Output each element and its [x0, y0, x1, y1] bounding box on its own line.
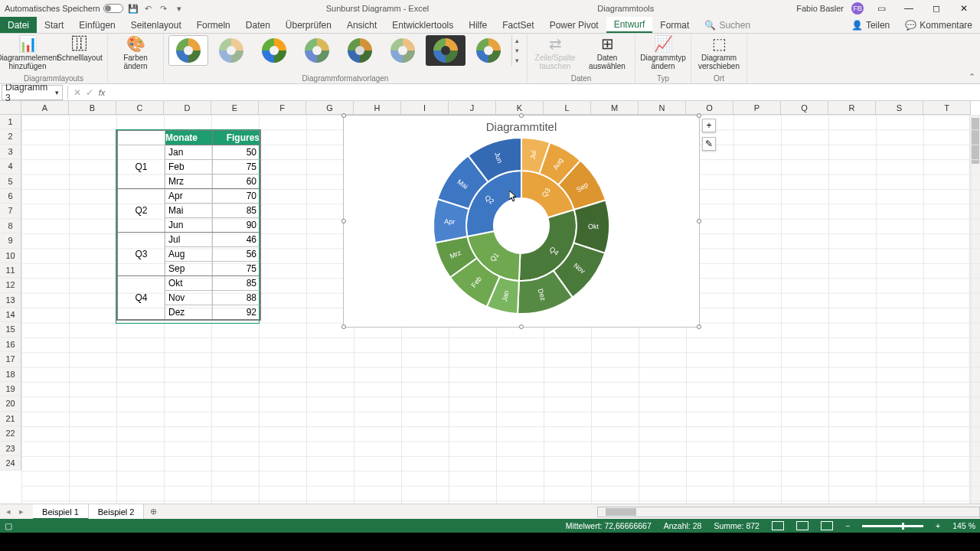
fx-icon[interactable]: fx: [96, 88, 108, 97]
row-header[interactable]: 2: [0, 129, 21, 144]
sheet-tab-1[interactable]: Beispiel 1: [33, 504, 89, 520]
col-header[interactable]: M: [591, 101, 639, 115]
select-data-button[interactable]: ⊞Daten auswählen: [584, 35, 630, 70]
row-header[interactable]: 17: [0, 352, 21, 367]
row-header[interactable]: 21: [0, 412, 21, 426]
record-macro-icon[interactable]: ▢: [5, 521, 12, 530]
add-sheet-button[interactable]: ⊕: [144, 507, 163, 517]
col-header[interactable]: N: [639, 101, 686, 115]
col-header[interactable]: F: [259, 101, 306, 115]
chart-style-3[interactable]: [254, 35, 294, 66]
row-header[interactable]: 13: [0, 293, 21, 308]
normal-view-icon[interactable]: [772, 521, 784, 530]
tab-data[interactable]: Daten: [238, 17, 278, 33]
data-table[interactable]: Monate Figures Jan50Q1Feb75Mrz60Apr70Q2M…: [116, 129, 261, 321]
col-header[interactable]: E: [211, 101, 259, 115]
tab-formulas[interactable]: Formeln: [189, 17, 238, 33]
row-header[interactable]: 7: [0, 204, 21, 218]
tab-pagelayout[interactable]: Seitenlayout: [123, 17, 189, 33]
tab-design[interactable]: Entwurf: [606, 17, 653, 33]
select-all-corner[interactable]: [0, 101, 21, 115]
col-header[interactable]: H: [354, 101, 401, 115]
chart-object[interactable]: Diagrammtitel Q3JulAugSepQ4OktNovDezQ1Ja…: [343, 115, 700, 328]
enter-formula-icon[interactable]: ✓: [83, 87, 96, 98]
tab-start[interactable]: Start: [37, 17, 71, 33]
col-header[interactable]: B: [69, 101, 116, 115]
tab-format[interactable]: Format: [652, 17, 697, 33]
row-header[interactable]: 5: [0, 174, 21, 189]
move-chart-button[interactable]: ⬚Diagramm verschieben: [696, 35, 742, 70]
chart-elements-button[interactable]: +: [702, 119, 716, 132]
search-input[interactable]: 🔍 Suchen: [697, 17, 758, 33]
zoom-in-icon[interactable]: +: [936, 521, 940, 530]
page-break-view-icon[interactable]: [821, 521, 833, 530]
row-header[interactable]: 1: [0, 115, 21, 129]
row-header[interactable]: 3: [0, 145, 21, 159]
row-header[interactable]: 23: [0, 442, 21, 456]
row-header[interactable]: 16: [0, 337, 21, 352]
col-header[interactable]: T: [923, 101, 971, 115]
collapse-ribbon-icon[interactable]: ⌃: [969, 72, 975, 82]
chart-style-8[interactable]: [469, 35, 508, 66]
sheet-tab-2[interactable]: Beispiel 2: [89, 504, 145, 520]
chart-style-1[interactable]: [168, 35, 208, 66]
row-headers[interactable]: 123456789101112131415161718192021222324: [0, 115, 21, 471]
tab-help[interactable]: Hilfe: [461, 17, 495, 33]
row-header[interactable]: 24: [0, 456, 21, 471]
formula-input[interactable]: [108, 85, 980, 100]
row-header[interactable]: 12: [0, 278, 21, 292]
col-header[interactable]: S: [876, 101, 923, 115]
horizontal-scrollbar[interactable]: [597, 507, 980, 517]
chart-styles-button[interactable]: ✎: [702, 137, 716, 151]
zoom-level[interactable]: 145 %: [952, 521, 975, 530]
page-layout-view-icon[interactable]: [796, 521, 808, 530]
row-header[interactable]: 18: [0, 367, 21, 382]
sunburst-chart[interactable]: Q3JulAugSepQ4OktNovDezQ1JanFebMrzQ2AprMa…: [430, 134, 613, 318]
col-header[interactable]: J: [449, 101, 496, 115]
col-header[interactable]: C: [116, 101, 164, 115]
name-box[interactable]: Diagramm 3▾: [2, 85, 63, 100]
row-header[interactable]: 14: [0, 308, 21, 322]
change-colors-button[interactable]: 🎨Farben ändern: [113, 35, 158, 70]
chart-style-gallery[interactable]: ▴▾▾: [168, 35, 522, 66]
row-header[interactable]: 8: [0, 219, 21, 233]
row-header[interactable]: 11: [0, 263, 21, 278]
tab-insert[interactable]: Einfügen: [71, 17, 122, 33]
row-header[interactable]: 10: [0, 249, 21, 263]
chart-style-7[interactable]: [426, 35, 466, 66]
share-button[interactable]: 👤Teilen: [844, 17, 897, 33]
chart-style-2[interactable]: [211, 35, 251, 66]
zoom-out-icon[interactable]: −: [845, 521, 850, 530]
tab-factset[interactable]: FactSet: [495, 17, 541, 33]
comments-button[interactable]: 💬Kommentare: [897, 17, 980, 33]
row-header[interactable]: 15: [0, 322, 21, 337]
tab-review[interactable]: Überprüfen: [278, 17, 339, 33]
add-chart-element-button[interactable]: 📊Diagrammelement hinzufügen: [5, 35, 51, 70]
worksheet-grid[interactable]: ABCDEFGHIJKLMNOPQRST 1234567891011121314…: [0, 101, 980, 504]
col-header[interactable]: G: [306, 101, 354, 115]
row-header[interactable]: 20: [0, 396, 21, 411]
row-header[interactable]: 9: [0, 233, 21, 248]
row-header[interactable]: 4: [0, 159, 21, 174]
column-headers[interactable]: ABCDEFGHIJKLMNOPQRST: [21, 101, 971, 115]
row-header[interactable]: 22: [0, 426, 21, 441]
quick-layout-button[interactable]: ⿲Schnelllayout: [57, 35, 103, 62]
col-header[interactable]: D: [164, 101, 211, 115]
change-chart-type-button[interactable]: 📈Diagrammtyp ändern: [640, 35, 686, 70]
col-header[interactable]: R: [828, 101, 876, 115]
cancel-formula-icon[interactable]: ✕: [71, 87, 83, 98]
sheet-nav-prev[interactable]: ◂ ▸: [0, 507, 33, 517]
col-header[interactable]: I: [401, 101, 449, 115]
chart-style-4[interactable]: [297, 35, 337, 66]
chart-title[interactable]: Diagrammtitel: [344, 116, 699, 133]
tab-powerpivot[interactable]: Power Pivot: [542, 17, 606, 33]
chart-style-5[interactable]: [340, 35, 380, 66]
col-header[interactable]: O: [686, 101, 733, 115]
row-header[interactable]: 19: [0, 382, 21, 396]
chart-style-6[interactable]: [383, 35, 423, 66]
row-header[interactable]: 6: [0, 189, 21, 204]
tab-view[interactable]: Ansicht: [339, 17, 384, 33]
tab-developer[interactable]: Entwicklertools: [384, 17, 461, 33]
tab-file[interactable]: Datei: [0, 17, 37, 33]
col-header[interactable]: L: [544, 101, 591, 115]
